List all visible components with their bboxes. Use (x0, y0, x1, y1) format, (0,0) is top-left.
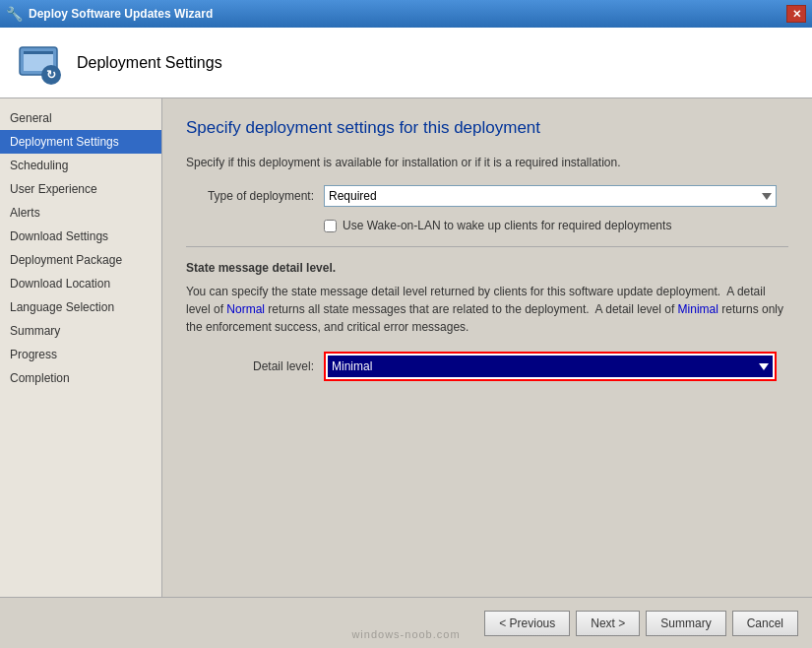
header-icon: ↻ (16, 39, 63, 87)
sidebar-item-alerts[interactable]: Alerts (0, 201, 161, 225)
sidebar-item-summary[interactable]: Summary (0, 319, 161, 343)
type-of-deployment-select[interactable]: Required Available (324, 185, 777, 207)
wake-on-lan-checkbox[interactable] (324, 220, 337, 232)
detail-level-row: Detail level: Minimal Normal All Message… (186, 352, 788, 381)
summary-button[interactable]: Summary (646, 611, 725, 636)
content-area: Specify deployment settings for this dep… (162, 98, 812, 597)
highlight-minimal: Minimal (678, 302, 718, 316)
sidebar-item-download-location[interactable]: Download Location (0, 272, 161, 295)
previous-button[interactable]: < Previous (484, 611, 570, 636)
highlight-normal: Normal (226, 302, 265, 316)
detail-level-label: Detail level: (186, 359, 314, 373)
divider-1 (186, 246, 788, 247)
sidebar-item-language-selection[interactable]: Language Selection (0, 295, 161, 319)
wake-on-lan-label: Use Wake-on-LAN to wake up clients for r… (343, 219, 671, 232)
wizard-header: ↻ Deployment Settings (0, 28, 812, 98)
detail-level-select[interactable]: Minimal Normal All Messages (328, 356, 773, 377)
sidebar-item-download-settings[interactable]: Download Settings (0, 225, 161, 248)
sidebar-item-progress[interactable]: Progress (0, 343, 161, 366)
section-description: Specify if this deployment is available … (186, 156, 788, 169)
sidebar-item-completion[interactable]: Completion (0, 366, 161, 390)
sidebar-item-deployment-settings[interactable]: Deployment Settings (0, 130, 161, 154)
sidebar-item-scheduling[interactable]: Scheduling (0, 154, 161, 177)
sidebar-item-general[interactable]: General (0, 106, 161, 130)
title-bar-left: 🔧 Deploy Software Updates Wizard (6, 6, 213, 22)
detail-level-select-wrapper: Minimal Normal All Messages (324, 352, 777, 381)
svg-text:↻: ↻ (46, 68, 56, 82)
header-title: Deployment Settings (77, 54, 222, 72)
title-bar-text: Deploy Software Updates Wizard (29, 7, 213, 21)
state-message-body: You can specify the state message detail… (186, 283, 788, 336)
sidebar-item-deployment-package[interactable]: Deployment Package (0, 248, 161, 272)
sidebar-item-user-experience[interactable]: User Experience (0, 177, 161, 201)
state-message-title: State message detail level. (186, 261, 788, 275)
type-of-deployment-row: Type of deployment: Required Available (186, 185, 788, 207)
wake-on-lan-row: Use Wake-on-LAN to wake up clients for r… (324, 219, 788, 232)
title-bar: 🔧 Deploy Software Updates Wizard ✕ (0, 0, 812, 28)
wizard-body: General Deployment Settings Scheduling U… (0, 98, 812, 597)
content-title: Specify deployment settings for this dep… (186, 118, 788, 138)
close-button[interactable]: ✕ (786, 5, 806, 23)
type-of-deployment-control: Required Available (324, 185, 777, 207)
wizard-container: ↻ Deployment Settings General Deployment… (0, 28, 812, 648)
sidebar: General Deployment Settings Scheduling U… (0, 98, 162, 597)
type-of-deployment-label: Type of deployment: (186, 189, 314, 203)
svg-rect-2 (24, 51, 53, 54)
title-bar-icon: 🔧 (6, 6, 23, 22)
wizard-footer: < Previous Next > Summary Cancel (0, 597, 812, 648)
cancel-button[interactable]: Cancel (732, 611, 798, 636)
next-button[interactable]: Next > (576, 611, 640, 636)
